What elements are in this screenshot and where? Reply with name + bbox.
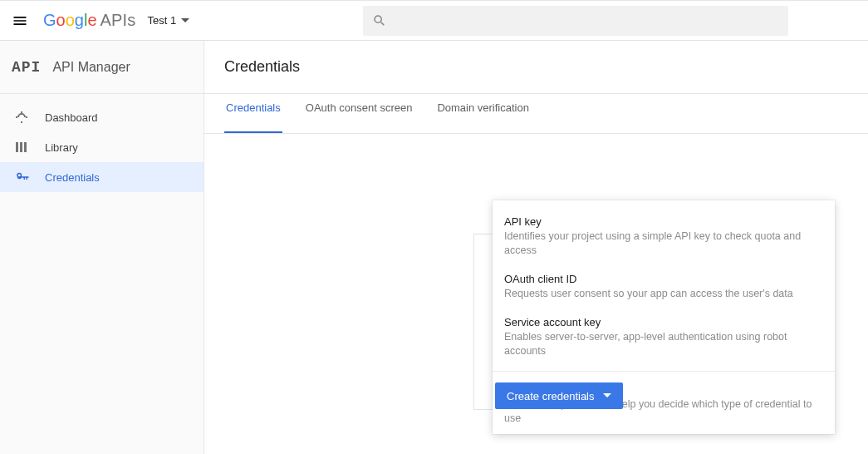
svg-rect-1 <box>20 142 22 152</box>
page-title: Credentials <box>224 58 300 76</box>
menu-item-service-account-key[interactable]: Service account key Enables server-to-se… <box>493 309 835 367</box>
api-glyph-icon: API <box>12 59 41 76</box>
menu-item-api-key[interactable]: API key Identifies your project using a … <box>493 209 835 266</box>
tabs: Credentials OAuth consent screen Domain … <box>204 94 868 134</box>
project-name: Test 1 <box>148 14 177 27</box>
menu-item-oauth-client-id[interactable]: OAuth client ID Requests user consent so… <box>493 266 835 309</box>
tab-domain-verification[interactable]: Domain verification <box>435 93 531 133</box>
svg-rect-0 <box>16 142 18 152</box>
sidebar-item-label: Dashboard <box>45 111 98 124</box>
sidebar-item-label: Credentials <box>45 171 100 184</box>
library-icon <box>15 141 38 154</box>
search-icon <box>363 13 397 28</box>
hamburger-menu-button[interactable] <box>0 1 40 41</box>
tab-label: Credentials <box>226 101 281 114</box>
menu-item-title: Service account key <box>504 316 823 328</box>
menu-item-title: API key <box>504 215 823 228</box>
main-content: Credentials Credentials OAuth consent sc… <box>204 41 868 454</box>
sidebar-title: API Manager <box>52 60 130 75</box>
caret-down-icon <box>181 17 189 25</box>
svg-rect-2 <box>24 142 27 152</box>
menu-item-title: OAuth client ID <box>504 273 823 285</box>
key-icon <box>15 170 38 185</box>
google-logo-icon: Google <box>43 11 97 30</box>
menu-icon <box>12 12 28 29</box>
caret-down-icon <box>603 392 611 400</box>
sidebar: API API Manager Dashboard Library Cred <box>0 41 204 454</box>
sidebar-item-credentials[interactable]: Credentials <box>0 162 204 192</box>
sidebar-item-dashboard[interactable]: Dashboard <box>0 102 204 132</box>
sidebar-item-label: Library <box>45 141 78 154</box>
google-apis-logo[interactable]: Google APIs <box>43 11 136 30</box>
sidebar-header: API API Manager <box>0 41 204 94</box>
create-credentials-label: Create credentials <box>507 390 595 402</box>
tab-oauth-consent[interactable]: OAuth consent screen <box>304 93 414 133</box>
sidebar-item-library[interactable]: Library <box>0 132 204 162</box>
menu-item-desc: Identifies your project using a simple A… <box>504 229 823 258</box>
dashboard-icon <box>15 111 38 124</box>
apis-label: APIs <box>101 11 136 30</box>
project-picker[interactable]: Test 1 <box>148 14 190 27</box>
sidebar-nav: Dashboard Library Credentials <box>0 94 204 192</box>
search-input[interactable] <box>397 6 789 36</box>
menu-item-desc: Requests user consent so your app can ac… <box>504 287 823 301</box>
top-bar: Google APIs Test 1 <box>0 0 868 41</box>
search-box[interactable] <box>363 6 788 36</box>
tab-label: Domain verification <box>437 101 529 114</box>
create-credentials-button[interactable]: Create credentials <box>495 382 623 409</box>
menu-divider <box>493 371 835 372</box>
tab-credentials[interactable]: Credentials <box>224 93 282 133</box>
main-header: Credentials <box>204 41 868 94</box>
body: API API Manager Dashboard Library Cred <box>0 41 868 454</box>
tab-label: OAuth consent screen <box>306 101 413 114</box>
menu-item-desc: Enables server-to-server, app-level auth… <box>504 330 823 358</box>
